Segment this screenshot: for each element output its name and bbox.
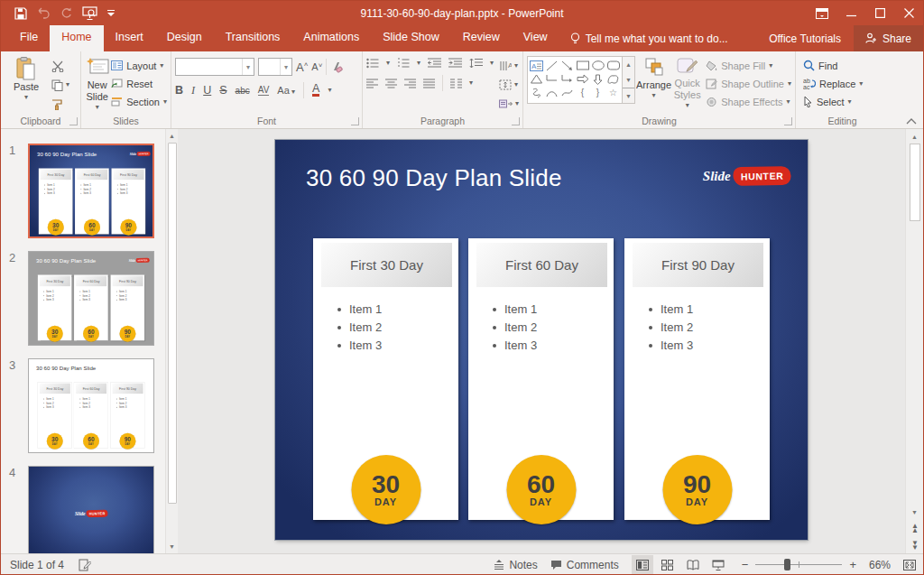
close-icon[interactable] [894, 1, 923, 25]
arrange-button[interactable]: Arrange ▾ [635, 54, 672, 99]
layout-button[interactable]: Layout ▾ [111, 59, 167, 72]
align-center-button[interactable] [385, 79, 397, 88]
tab-insert[interactable]: Insert [104, 25, 155, 51]
shape-elbow-connector-icon[interactable] [544, 72, 559, 86]
maximize-icon[interactable] [865, 1, 894, 25]
drawing-dialog-launcher-icon[interactable] [784, 117, 792, 125]
tab-design[interactable]: Design [155, 25, 214, 51]
underline-button[interactable]: U [203, 84, 211, 97]
slide-thumbnail-1[interactable]: 30 60 90 Day Plan Slide Slide HUNTER Fir… [28, 144, 154, 238]
zoom-slider[interactable] [755, 564, 842, 565]
tab-file[interactable]: File [8, 25, 50, 51]
slide-thumbnail-2[interactable]: 30 60 90 Day Plan Slide Slide HUNTER Fir… [28, 251, 154, 346]
quick-styles-button[interactable]: Quick Styles ▾ [672, 54, 702, 109]
scroll-up-icon[interactable]: ▲ [906, 129, 924, 144]
plan-card-60-day[interactable]: First 60 Day Item 1 Item 2 Item 3 60 DAY [468, 238, 614, 520]
plan-card-30-day[interactable]: First 30 Day Item 1 Item 2 Item 3 30 DAY [313, 238, 458, 520]
font-name-caret-icon[interactable]: ▾ [242, 59, 254, 75]
start-slideshow-icon[interactable] [82, 6, 97, 20]
new-slide-button[interactable]: New Slide ▾ [85, 54, 109, 111]
strikethrough-button[interactable]: S [219, 84, 226, 97]
slide-thumbnail-4[interactable]: 30 60 90 Day Plan Slide Slide HUNTER Fir… [28, 466, 154, 553]
character-spacing-button[interactable]: AV [258, 85, 270, 96]
align-left-button[interactable] [366, 79, 378, 88]
copy-button[interactable]: ▾ [51, 78, 69, 92]
fit-slide-to-window-icon[interactable] [903, 560, 916, 570]
shape-outline-button[interactable]: Shape Outline ▾ [706, 77, 791, 90]
shape-curve-icon[interactable] [559, 86, 575, 99]
slide-canvas[interactable]: 30 60 90 Day Plan Slide Slide HUNTER Fir… [275, 140, 808, 540]
tab-transitions[interactable]: Transitions [214, 25, 292, 51]
shape-right-brace-icon[interactable]: } [590, 86, 605, 99]
tell-me-box[interactable]: Tell me what you want to do... [559, 25, 739, 51]
shape-scribble-icon[interactable] [529, 86, 544, 99]
convert-to-smartart-button[interactable]: ▾ [499, 97, 519, 111]
shape-rectangle-icon[interactable] [575, 59, 590, 72]
scroll-down-icon[interactable]: ▼ [906, 505, 924, 519]
ribbon-display-options-icon[interactable] [808, 1, 836, 25]
italic-button[interactable]: I [191, 84, 195, 97]
change-case-button[interactable]: Aa ▾ [277, 85, 295, 96]
normal-view-button[interactable] [632, 555, 653, 575]
text-shadow-button[interactable]: abc [236, 86, 250, 96]
font-size-caret-icon[interactable]: ▾ [280, 59, 291, 75]
section-button[interactable]: Section ▾ [111, 95, 167, 108]
shape-arrow-icon[interactable] [559, 59, 575, 72]
plan-card-90-day[interactable]: First 90 Day Item 1 Item 2 Item 3 90 DAY [624, 238, 770, 520]
line-spacing-button[interactable] [469, 58, 483, 69]
clear-formatting-button[interactable] [330, 61, 343, 73]
select-button[interactable]: Select ▾ [803, 95, 863, 108]
shape-fill-button[interactable]: Shape Fill ▾ [706, 59, 791, 72]
minimize-icon[interactable] [836, 1, 865, 25]
shape-left-brace-icon[interactable]: { [575, 86, 590, 99]
scroll-up-icon[interactable]: ▲ [166, 129, 179, 143]
tab-home[interactable]: Home [50, 25, 103, 51]
clipboard-dialog-launcher-icon[interactable] [69, 117, 78, 125]
shape-textbox-icon[interactable]: A [529, 59, 544, 72]
replace-button[interactable]: abac Replace ▾ [803, 77, 863, 90]
zoom-level[interactable]: 66% [869, 559, 891, 571]
tab-review[interactable]: Review [451, 25, 512, 51]
shape-star-icon[interactable]: ☆ [605, 86, 621, 99]
find-button[interactable]: Find [803, 59, 863, 72]
share-button[interactable]: Share [854, 25, 923, 51]
redo-icon[interactable] [60, 7, 72, 19]
numbering-button[interactable] [397, 58, 410, 69]
shape-right-arrow-icon[interactable] [575, 72, 590, 86]
justify-button[interactable] [423, 79, 435, 88]
editor-scrollbar[interactable]: ▲ ▼ ▲▲ ▼▼ [905, 129, 923, 553]
slide-sorter-view-button[interactable] [657, 555, 679, 575]
grow-font-button[interactable]: A˄ [296, 60, 308, 74]
scroll-down-icon[interactable]: ▼ [166, 540, 179, 553]
customize-quick-access-icon[interactable] [107, 10, 115, 16]
font-name-combobox[interactable]: ▾ [175, 58, 254, 76]
columns-button[interactable] [450, 79, 462, 88]
paragraph-dialog-launcher-icon[interactable] [512, 117, 520, 125]
shape-freeform-icon[interactable] [605, 72, 621, 86]
shape-effects-button[interactable]: Shape Effects ▾ [706, 95, 791, 108]
shapes-more-icon[interactable]: ▼ [623, 88, 634, 103]
shapes-scroll-up-icon[interactable]: ▲ [623, 57, 634, 72]
font-color-button[interactable]: A [312, 84, 319, 97]
scrollbar-thumb[interactable] [910, 144, 920, 221]
shape-elbow-arrow-connector-icon[interactable] [559, 72, 575, 86]
office-tutorials-link[interactable]: Office Tutorials [756, 25, 854, 51]
bold-button[interactable]: B [175, 84, 183, 97]
shrink-font-button[interactable]: A˅ [311, 61, 322, 72]
notes-toggle[interactable]: Notes [494, 559, 537, 571]
previous-slide-button[interactable]: ▲▲ [906, 519, 924, 536]
bullets-button[interactable] [366, 58, 379, 69]
decrease-indent-button[interactable] [428, 58, 441, 69]
shape-down-arrow-icon[interactable] [590, 72, 605, 86]
tab-slide-show[interactable]: Slide Show [371, 25, 451, 51]
align-text-button[interactable]: ▾ [499, 78, 519, 92]
thumbnail-scrollbar[interactable]: ▲ ▼ [165, 129, 178, 553]
save-icon[interactable] [14, 7, 27, 20]
collapse-ribbon-icon[interactable] [906, 118, 917, 125]
shape-arc-icon[interactable] [544, 86, 559, 99]
shape-line-icon[interactable] [544, 59, 559, 72]
slide-show-view-button[interactable] [707, 555, 729, 575]
shapes-scroll-down-icon[interactable]: ▼ [623, 72, 634, 88]
slide-thumbnail-3[interactable]: 30 60 90 Day Plan Slide Slide HUNTER Fir… [28, 358, 154, 453]
tab-animations[interactable]: Animations [291, 25, 371, 51]
